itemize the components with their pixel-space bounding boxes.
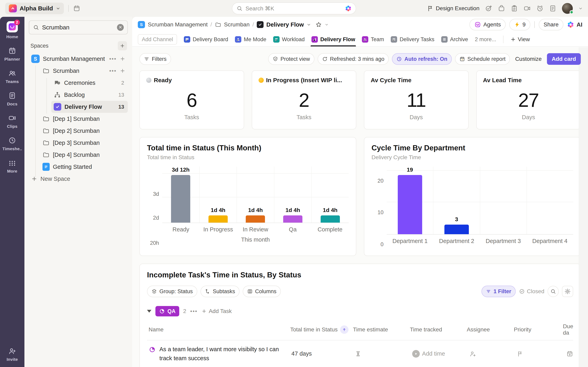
tab-delivery-flow[interactable]: Delivery Flow	[311, 32, 355, 46]
breadcrumb-folder[interactable]: Scrumban	[224, 21, 250, 28]
column-due-date[interactable]: Due da	[563, 323, 573, 336]
rail-item-planner[interactable]: Planner	[4, 47, 20, 62]
tab-workload[interactable]: Workload	[273, 32, 305, 46]
sidebar-item-ceremonies[interactable]: Ceremonies 2	[51, 77, 128, 89]
subtasks-button[interactable]: Subtasks	[200, 286, 240, 297]
add-channel-button[interactable]: Add Channel	[138, 34, 177, 45]
ai-button[interactable]: AI	[567, 21, 582, 28]
collapse-caret-icon[interactable]	[147, 310, 151, 313]
bar-in-progress[interactable]	[208, 215, 228, 223]
stat-card-ready[interactable]: Ready 6 Tasks	[139, 70, 244, 129]
group-by-button[interactable]: Group: Status	[147, 286, 197, 297]
chevron-down-icon[interactable]	[307, 22, 311, 27]
task-time-estimate[interactable]	[355, 350, 412, 357]
sidebar-item-dep1[interactable]: [Dep 1] Scrumban	[40, 113, 128, 125]
bar-qa[interactable]	[283, 215, 303, 223]
sidebar-item-dep4[interactable]: [Dep 4] Scrumban	[40, 149, 128, 161]
add-card-button[interactable]: Add card	[547, 53, 581, 65]
customize-button[interactable]: Customize	[513, 56, 544, 62]
column-name[interactable]: Name	[149, 326, 164, 333]
active-filter-button[interactable]: 1 Filter	[481, 286, 516, 297]
task-status-icon[interactable]	[149, 346, 156, 353]
filters-button[interactable]: Filters	[139, 53, 171, 65]
chart-card-cycle-time[interactable]: Cycle Time By Department Delivery Cycle …	[364, 137, 581, 256]
breadcrumb-current[interactable]: Delivery Flow	[266, 21, 304, 28]
bar-complete[interactable]	[321, 215, 340, 223]
workspace-switcher[interactable]: Alpha Build	[5, 3, 64, 14]
stat-card-in-progress[interactable]: In Progress (Insert WIP li... 2 Tasks	[252, 70, 356, 129]
more-tabs-button[interactable]: 2 more...	[475, 36, 496, 43]
reminder-icon[interactable]	[536, 5, 544, 12]
rail-item-timesheets[interactable]: Timeshe..	[2, 136, 22, 151]
rail-item-more[interactable]: More	[7, 159, 17, 174]
new-task-icon[interactable]	[485, 5, 492, 12]
sidebar-item-backlog[interactable]: Backlog 13	[51, 89, 128, 101]
calendar-icon[interactable]	[73, 5, 80, 12]
global-search[interactable]: Search ⌘K	[232, 2, 356, 14]
star-icon[interactable]	[315, 21, 322, 28]
rail-item-teams[interactable]: Teams	[6, 69, 19, 84]
status-badge-qa[interactable]: QA	[156, 306, 179, 317]
rail-item-home[interactable]: 2 Home	[6, 21, 18, 39]
space-add-icon[interactable]	[120, 56, 125, 62]
tab-delivery-tasks[interactable]: Delivery Tasks	[391, 32, 434, 46]
ai-flower-icon[interactable]	[345, 5, 352, 12]
task-name[interactable]: As a team leader, I want more visibilty …	[159, 345, 284, 363]
sidebar-item-folder-scrumban[interactable]: Scrumban •••	[40, 65, 128, 77]
rail-item-clips[interactable]: Clips	[7, 114, 17, 129]
rail-item-invite[interactable]: Invite	[7, 347, 18, 362]
stat-card-av-cycle-time[interactable]: Av Cycle Time 11 Days	[364, 70, 469, 129]
sidebar-search-input[interactable]: Scrumban ✕	[29, 20, 128, 34]
bar-department-2[interactable]	[444, 225, 469, 234]
task-assignee[interactable]	[469, 350, 517, 357]
space-menu-icon[interactable]: •••	[109, 56, 117, 62]
bar-in-review[interactable]	[246, 215, 265, 223]
add-view-button[interactable]: View	[510, 36, 530, 43]
columns-button[interactable]: Columns	[243, 286, 281, 297]
folder-menu-icon[interactable]: •••	[109, 68, 117, 74]
sort-ascending-icon[interactable]	[340, 325, 348, 334]
tab-archive[interactable]: Archive	[441, 32, 468, 46]
sidebar-item-dep2[interactable]: [Dep 2] Scrumban	[40, 125, 128, 137]
rail-item-docs[interactable]: Docs	[7, 92, 17, 106]
closed-toggle[interactable]: Closed	[519, 288, 544, 295]
refreshed-status[interactable]: Refreshed: 3 mins ago	[318, 53, 389, 65]
column-assignee[interactable]: Assignee	[467, 326, 514, 333]
tab-team[interactable]: Team	[362, 32, 384, 46]
bar-ready[interactable]	[171, 175, 190, 223]
column-total-time[interactable]: Total time in Status	[290, 326, 338, 333]
table-search-button[interactable]	[548, 286, 559, 297]
tab-delivery-board[interactable]: Delivery Board	[184, 32, 228, 46]
chart-card-time-in-status[interactable]: Total time in Status (This Month) Total …	[139, 137, 356, 256]
task-row[interactable]: As a team leader, I want more visibilty …	[147, 340, 573, 367]
tracking-status[interactable]: Design Execution	[427, 5, 479, 12]
breadcrumb-space[interactable]: Scrumban Management	[148, 21, 208, 28]
record-clip-icon[interactable]	[524, 5, 531, 12]
inbox-icon[interactable]	[498, 5, 505, 12]
add-task-button[interactable]: Add Task	[201, 308, 232, 314]
auto-refresh-toggle[interactable]: Auto refresh: On	[392, 53, 452, 65]
share-button[interactable]: Share	[539, 19, 563, 30]
group-menu-icon[interactable]: •••	[190, 308, 198, 314]
task-time-tracked[interactable]: Add time	[412, 350, 469, 358]
column-time-estimate[interactable]: Time estimate	[353, 326, 410, 333]
column-priority[interactable]: Priority	[514, 326, 563, 333]
avatar-chevron-down-icon[interactable]	[578, 6, 583, 11]
protect-view-button[interactable]: Protect view	[268, 53, 314, 65]
agents-button[interactable]: Agents	[469, 19, 506, 30]
table-settings-button[interactable]	[562, 286, 573, 297]
folder-add-icon[interactable]	[120, 68, 125, 74]
boost-counter[interactable]: 9	[509, 19, 530, 30]
user-avatar[interactable]	[562, 3, 573, 14]
clear-search-icon[interactable]: ✕	[117, 24, 124, 31]
stat-card-av-lead-time[interactable]: Av Lead Time 27 Days	[476, 70, 581, 129]
sidebar-item-dep3[interactable]: [Dep 3] Scrumban	[40, 137, 128, 149]
task-due-date[interactable]	[566, 350, 573, 357]
column-time-tracked[interactable]: Time tracked	[410, 326, 467, 333]
sidebar-item-delivery-flow[interactable]: Delivery Flow 13	[51, 101, 128, 113]
task-priority[interactable]	[517, 350, 566, 357]
sidebar-item-getting-started[interactable]: Getting Started	[40, 161, 128, 173]
scrollbar-gutter[interactable]	[579, 47, 588, 367]
tab-me-mode[interactable]: Me Mode	[235, 32, 266, 46]
notepad-icon[interactable]	[511, 5, 518, 12]
